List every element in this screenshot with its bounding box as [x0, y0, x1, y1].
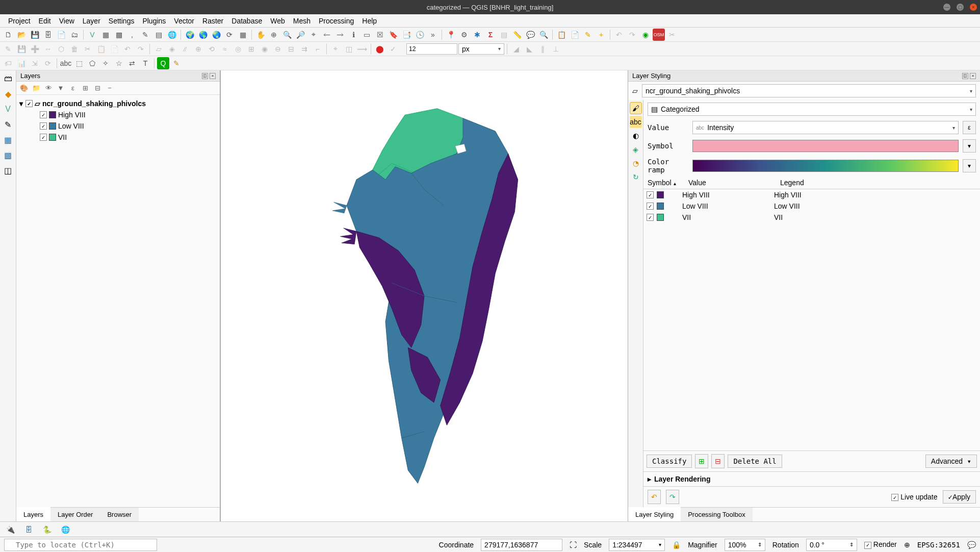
- style-preset-icon[interactable]: 🎨: [19, 84, 29, 93]
- menu-project[interactable]: Project: [4, 16, 35, 26]
- layer-rendering-section[interactable]: ▸ Layer Rendering: [643, 471, 980, 486]
- new-shapefile-icon[interactable]: V: [2, 103, 14, 115]
- db-manager-icon[interactable]: 🗄: [22, 523, 35, 536]
- bookmark-show-icon[interactable]: 📑: [400, 29, 412, 41]
- text-annotation-icon[interactable]: T: [139, 57, 151, 69]
- osm-download-icon[interactable]: OSM: [653, 29, 665, 41]
- category-swatch-icon[interactable]: [657, 191, 664, 198]
- measure-icon[interactable]: 📏: [511, 29, 523, 41]
- extents-icon[interactable]: ⛶: [570, 541, 577, 549]
- collapse-all-icon[interactable]: ⊟: [93, 84, 102, 93]
- category-swatch-icon[interactable]: [657, 203, 664, 210]
- redo-style-button[interactable]: ↷: [666, 490, 679, 504]
- remove-layer-icon[interactable]: −: [105, 84, 114, 93]
- panel-close-icon[interactable]: ×: [210, 73, 216, 79]
- layer-visibility-checkbox[interactable]: ✓: [25, 100, 33, 107]
- value-field-select[interactable]: abc Intensity ▾: [692, 121, 959, 134]
- layout-manager-icon[interactable]: 🗂: [68, 29, 81, 41]
- remove-category-button[interactable]: ⊟: [711, 454, 725, 468]
- deselect-icon[interactable]: ☒: [374, 29, 386, 41]
- menu-processing[interactable]: Processing: [315, 16, 358, 26]
- menu-raster[interactable]: Raster: [198, 16, 227, 26]
- menu-view[interactable]: View: [55, 16, 79, 26]
- minimize-button[interactable]: —: [943, 4, 950, 11]
- temporal-icon[interactable]: 🕓: [414, 29, 426, 41]
- menu-vector[interactable]: Vector: [170, 16, 198, 26]
- quick-osm-query-icon[interactable]: ✎: [170, 57, 183, 69]
- new-spatialite-icon[interactable]: ✎: [2, 118, 14, 131]
- add-db-icon[interactable]: ▤: [152, 29, 165, 41]
- expression-button[interactable]: ε: [963, 121, 976, 134]
- apply-button[interactable]: ✓Apply: [943, 490, 976, 504]
- zoom-last-icon[interactable]: 🡐: [321, 29, 333, 41]
- attr-table-icon[interactable]: ▦: [237, 29, 249, 41]
- crs-icon[interactable]: ⊕: [904, 541, 910, 549]
- tab-layers[interactable]: Layers: [16, 507, 50, 521]
- zoom-native-icon[interactable]: ⌖: [307, 29, 320, 41]
- col-symbol[interactable]: Symbol ▴: [643, 177, 684, 189]
- symbology-tab-icon[interactable]: 🖌: [630, 102, 642, 114]
- zoom-out-icon[interactable]: 🔎: [294, 29, 306, 41]
- line-size-input[interactable]: [406, 43, 457, 55]
- more-icon[interactable]: »: [427, 29, 439, 41]
- category-row[interactable]: ✓ VII: [19, 132, 217, 143]
- browser-globe-icon[interactable]: 🌐: [59, 523, 71, 536]
- select-invert-icon[interactable]: ⇄: [126, 57, 138, 69]
- new-project-icon[interactable]: 🗋: [2, 29, 14, 41]
- add-category-button[interactable]: ⊞: [695, 454, 708, 468]
- 3d-tab-icon[interactable]: ◈: [630, 143, 642, 156]
- menu-settings[interactable]: Settings: [105, 16, 139, 26]
- data-source-manager-icon[interactable]: 🗃: [2, 72, 14, 85]
- tab-layer-order[interactable]: Layer Order: [50, 508, 100, 521]
- line-unit-select[interactable]: px▾: [458, 43, 504, 55]
- category-row[interactable]: ✓ VII VII: [643, 212, 980, 223]
- locator-input[interactable]: [4, 539, 157, 551]
- toolbox-icon[interactable]: ✱: [471, 29, 483, 41]
- label-tool-icon[interactable]: abc: [60, 57, 72, 69]
- layer-root-row[interactable]: ▾ ✓ ▱ ncr_ground_shaking_phivolcs: [19, 98, 217, 109]
- zoom-next-icon[interactable]: 🡒: [334, 29, 346, 41]
- refresh-icon[interactable]: ⟳: [223, 29, 236, 41]
- delete-all-button[interactable]: Delete All: [728, 455, 782, 468]
- add-raster-icon[interactable]: ▦: [99, 29, 112, 41]
- category-checkbox[interactable]: ✓: [40, 134, 47, 141]
- color-ramp-button[interactable]: [692, 160, 959, 172]
- menu-plugins[interactable]: Plugins: [138, 16, 170, 26]
- tab-layer-styling[interactable]: Layer Styling: [628, 507, 681, 521]
- paste-style-icon[interactable]: 📄: [569, 29, 581, 41]
- magnifier-field[interactable]: 100%⇕: [725, 539, 765, 551]
- col-legend[interactable]: Legend: [776, 177, 980, 189]
- category-checkbox[interactable]: ✓: [647, 203, 654, 210]
- panel-undock-icon[interactable]: ◫: [962, 73, 968, 79]
- crs-button[interactable]: EPSG:32651: [917, 541, 960, 549]
- tab-browser[interactable]: Browser: [100, 508, 139, 521]
- advanced-button[interactable]: Advanced ▾: [925, 455, 977, 468]
- actions-icon[interactable]: 🔍: [537, 29, 550, 41]
- menu-mesh[interactable]: Mesh: [289, 16, 315, 26]
- osm-icon[interactable]: ◉: [639, 29, 652, 41]
- identify-results-icon[interactable]: 📍: [445, 29, 457, 41]
- zoom-in-icon[interactable]: 🔍: [281, 29, 293, 41]
- new-print-layout-icon[interactable]: 📄: [55, 29, 67, 41]
- copy-style-icon[interactable]: 📋: [555, 29, 568, 41]
- zoom-layer-icon[interactable]: 🌎: [197, 29, 209, 41]
- category-row[interactable]: ✓ Low VIII Low VIII: [643, 200, 980, 212]
- menu-layer[interactable]: Layer: [79, 16, 105, 26]
- col-value[interactable]: Value: [684, 177, 776, 189]
- category-checkbox[interactable]: ✓: [40, 122, 47, 130]
- category-row[interactable]: ✓ High VIII: [19, 109, 217, 120]
- select-by-poly-icon[interactable]: ⬠: [86, 57, 98, 69]
- add-vector-icon[interactable]: V: [86, 29, 98, 41]
- add-group-icon[interactable]: 📁: [32, 84, 41, 93]
- masks-tab-icon[interactable]: ◐: [630, 130, 642, 142]
- map-canvas[interactable]: [220, 70, 628, 521]
- layers-tree[interactable]: ▾ ✓ ▱ ncr_ground_shaking_phivolcs ✓ High…: [16, 95, 220, 507]
- pan-icon[interactable]: ✋: [254, 29, 267, 41]
- edit-layer-icon[interactable]: ✎: [582, 29, 594, 41]
- add-gps-icon[interactable]: ✎: [139, 29, 151, 41]
- undo-style-button[interactable]: ↶: [648, 490, 661, 504]
- labels-tab-icon[interactable]: abc: [630, 116, 642, 128]
- category-checkbox[interactable]: ✓: [40, 111, 47, 118]
- ramp-menu-button[interactable]: ▾: [963, 159, 976, 172]
- plugin-icon[interactable]: 🔌: [4, 523, 16, 536]
